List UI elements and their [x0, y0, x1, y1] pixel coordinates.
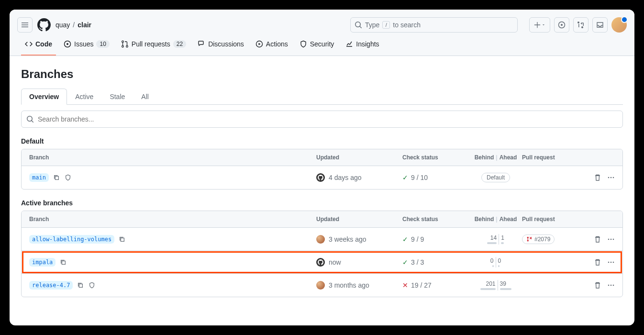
tab-discussions[interactable]: Discussions	[194, 36, 248, 56]
table-row: allow-labelling-volumes3 weeks ago✓9 / 9…	[22, 228, 622, 251]
kebab-icon[interactable]	[607, 281, 615, 289]
active-branches-table: Branch Updated Check status Behind|Ahead…	[21, 211, 623, 297]
svg-point-9	[611, 177, 612, 179]
tab-code[interactable]: Code	[21, 36, 56, 56]
author-avatar-icon	[316, 258, 325, 267]
branch-search-input[interactable]	[21, 111, 623, 128]
copy-icon[interactable]	[118, 235, 126, 243]
author-avatar-icon	[316, 281, 325, 290]
svg-point-19	[608, 285, 610, 286]
copy-icon[interactable]	[59, 258, 67, 266]
behind-ahead-widget: 20139	[478, 280, 513, 290]
hamburger-menu-button[interactable]	[17, 17, 33, 33]
breadcrumb-separator: /	[73, 21, 75, 29]
code-icon	[25, 40, 33, 48]
search-placeholder-pre: Type	[365, 21, 379, 29]
search-placeholder-post: to search	[393, 21, 421, 29]
col-updated: Updated	[316, 216, 402, 223]
tab-issues[interactable]: Issues 10	[60, 36, 113, 56]
check-status-text: 9 / 9	[411, 235, 424, 243]
kebab-icon[interactable]	[607, 174, 615, 181]
ahead-count: 39	[500, 280, 506, 287]
shield-icon	[88, 281, 96, 289]
col-updated: Updated	[316, 154, 402, 161]
branch-tab-all[interactable]: All	[133, 89, 157, 105]
kebab-icon[interactable]	[607, 258, 615, 266]
branch-tab-overview[interactable]: Overview	[21, 89, 67, 105]
svg-point-14	[611, 238, 612, 240]
ahead-count: 1	[501, 234, 504, 241]
tab-security[interactable]: Security	[296, 36, 338, 56]
behind-count: 201	[486, 280, 495, 287]
branch-tab-stale[interactable]: Stale	[101, 89, 133, 105]
discussions-icon	[198, 40, 205, 48]
copy-icon[interactable]	[53, 174, 60, 181]
tab-insights[interactable]: Insights	[342, 36, 383, 56]
copy-icon[interactable]	[77, 281, 84, 289]
caret-down-icon	[542, 23, 545, 27]
table-row: release-4.73 months ago✕19 / 2720139	[22, 274, 622, 297]
issue-opened-icon	[64, 40, 71, 48]
user-avatar[interactable]	[611, 17, 627, 33]
branch-name-chip[interactable]: release-4.7	[29, 281, 73, 290]
col-check: Check status	[402, 154, 469, 161]
pr-link-chip[interactable]: #2079	[522, 234, 555, 244]
breadcrumb-owner[interactable]: quay	[56, 21, 70, 29]
inbox-icon	[596, 21, 604, 29]
branch-tab-active[interactable]: Active	[67, 89, 101, 105]
author-avatar-icon	[316, 173, 325, 182]
github-logo-icon[interactable]	[36, 17, 52, 33]
add-menu-button[interactable]	[529, 17, 550, 33]
updated-text: 3 weeks ago	[329, 235, 366, 243]
svg-point-21	[613, 285, 614, 286]
col-behind-ahead: Behind|Ahead	[469, 216, 522, 223]
trash-icon[interactable]	[594, 174, 601, 181]
svg-point-18	[613, 261, 614, 263]
svg-point-16	[608, 261, 610, 263]
tab-actions[interactable]: Actions	[252, 36, 292, 56]
svg-point-8	[608, 177, 610, 179]
trash-icon[interactable]	[594, 235, 601, 243]
pull-request-icon	[121, 40, 129, 48]
col-branch: Branch	[29, 216, 316, 223]
svg-point-1	[561, 24, 563, 26]
tab-insights-label: Insights	[356, 40, 379, 48]
pull-requests-button[interactable]	[573, 17, 588, 33]
tab-pull-requests[interactable]: Pull requests 22	[117, 36, 190, 56]
pull-request-icon	[577, 21, 585, 29]
tab-pulls-count: 22	[173, 40, 186, 48]
branch-name-chip[interactable]: impala	[29, 258, 56, 267]
breadcrumb-repo[interactable]: clair	[78, 21, 91, 29]
pr-closed-icon	[526, 236, 533, 242]
col-pr: Pull request	[522, 154, 579, 161]
trash-icon[interactable]	[594, 258, 601, 266]
check-ok-icon: ✓	[402, 258, 408, 266]
check-status-text: 19 / 27	[411, 281, 432, 289]
behind-ahead-widget: 141	[485, 234, 506, 245]
svg-point-12	[527, 240, 529, 241]
ahead-count: 0	[498, 257, 501, 264]
behind-count: 0	[490, 257, 494, 264]
svg-point-13	[608, 238, 610, 240]
play-icon	[255, 40, 263, 48]
global-search-input[interactable]: Type / to search	[350, 17, 518, 33]
branch-name-chip[interactable]: main	[29, 173, 49, 182]
check-fail-icon: ✕	[402, 281, 408, 289]
page-title: Branches	[21, 67, 623, 81]
check-status-text: 3 / 3	[411, 258, 424, 266]
breadcrumb: quay / clair	[56, 21, 91, 29]
issues-button[interactable]	[554, 17, 569, 33]
trash-icon[interactable]	[594, 281, 601, 289]
svg-point-5	[122, 45, 124, 47]
svg-point-17	[611, 261, 612, 263]
author-avatar-icon	[316, 235, 325, 244]
inbox-button[interactable]	[592, 17, 608, 33]
search-icon	[355, 21, 362, 29]
check-ok-icon: ✓	[402, 235, 408, 243]
branch-name-chip[interactable]: allow-labelling-volumes	[29, 235, 114, 244]
default-badge: Default	[481, 173, 510, 182]
kebab-icon[interactable]	[607, 235, 615, 243]
branch-search-field[interactable]	[38, 115, 618, 123]
updated-text: now	[329, 258, 341, 266]
tab-actions-label: Actions	[266, 40, 288, 48]
